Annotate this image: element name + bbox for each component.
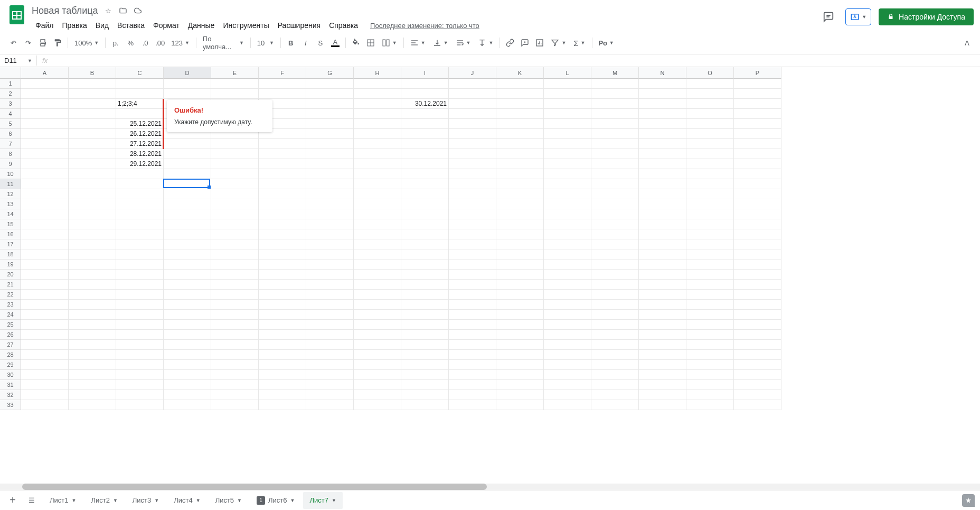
- row-header-21[interactable]: 21: [0, 280, 21, 290]
- cell-N26[interactable]: [639, 330, 686, 340]
- cell-K27[interactable]: [496, 340, 544, 350]
- cell-N32[interactable]: [639, 390, 686, 400]
- cell-C25[interactable]: [116, 320, 164, 330]
- cell-G17[interactable]: [306, 239, 354, 249]
- cell-I21[interactable]: [401, 280, 449, 290]
- cell-G28[interactable]: [306, 350, 354, 360]
- cell-H33[interactable]: [354, 400, 401, 410]
- cell-H11[interactable]: [354, 179, 401, 189]
- cell-E16[interactable]: [211, 229, 259, 239]
- cell-P12[interactable]: [734, 189, 781, 199]
- cell-F26[interactable]: [259, 330, 306, 340]
- cell-G7[interactable]: [306, 139, 354, 149]
- cell-I29[interactable]: [401, 360, 449, 370]
- cell-H19[interactable]: [354, 259, 401, 270]
- tab-dropdown-icon[interactable]: ▼: [71, 498, 76, 503]
- cell-E8[interactable]: [211, 149, 259, 159]
- cell-I19[interactable]: [401, 259, 449, 270]
- cell-H31[interactable]: [354, 380, 401, 390]
- cell-D26[interactable]: [164, 330, 211, 340]
- cell-L13[interactable]: [544, 199, 591, 209]
- cell-E10[interactable]: [211, 169, 259, 179]
- cell-O27[interactable]: [686, 340, 734, 350]
- cell-D17[interactable]: [164, 239, 211, 249]
- cell-M16[interactable]: [591, 229, 639, 239]
- cell-G9[interactable]: [306, 159, 354, 169]
- cell-F20[interactable]: [259, 270, 306, 280]
- row-header-1[interactable]: 1: [0, 79, 21, 89]
- cell-O31[interactable]: [686, 380, 734, 390]
- menu-правка[interactable]: Правка: [58, 19, 90, 32]
- cell-A24[interactable]: [21, 310, 69, 320]
- font-dropdown[interactable]: По умолча...▼: [200, 34, 247, 52]
- cell-F12[interactable]: [259, 189, 306, 199]
- cell-B27[interactable]: [69, 340, 116, 350]
- cell-E7[interactable]: [211, 139, 259, 149]
- cell-F29[interactable]: [259, 360, 306, 370]
- cell-N23[interactable]: [639, 300, 686, 310]
- cell-D23[interactable]: [164, 300, 211, 310]
- cell-A21[interactable]: [21, 280, 69, 290]
- cell-L6[interactable]: [544, 129, 591, 139]
- cell-H2[interactable]: [354, 89, 401, 99]
- cell-D29[interactable]: [164, 360, 211, 370]
- cell-B29[interactable]: [69, 360, 116, 370]
- italic-icon[interactable]: I: [299, 36, 313, 50]
- cell-E25[interactable]: [211, 320, 259, 330]
- cell-F15[interactable]: [259, 219, 306, 229]
- cell-H12[interactable]: [354, 189, 401, 199]
- cell-C33[interactable]: [116, 400, 164, 410]
- cell-J13[interactable]: [449, 199, 496, 209]
- cell-I1[interactable]: [401, 79, 449, 89]
- cell-H18[interactable]: [354, 249, 401, 259]
- cell-A25[interactable]: [21, 320, 69, 330]
- cell-N5[interactable]: [639, 119, 686, 129]
- cell-C31[interactable]: [116, 380, 164, 390]
- cell-P16[interactable]: [734, 229, 781, 239]
- cell-H14[interactable]: [354, 209, 401, 219]
- cell-I18[interactable]: [401, 249, 449, 259]
- cell-A4[interactable]: [21, 109, 69, 119]
- menu-данные[interactable]: Данные: [184, 19, 219, 32]
- cell-L22[interactable]: [544, 290, 591, 300]
- cell-G25[interactable]: [306, 320, 354, 330]
- col-header-A[interactable]: A: [21, 67, 69, 79]
- cell-L14[interactable]: [544, 209, 591, 219]
- cell-J3[interactable]: [449, 99, 496, 109]
- insert-comment-icon[interactable]: [518, 36, 532, 50]
- bold-icon[interactable]: B: [284, 36, 298, 50]
- cell-P4[interactable]: [734, 109, 781, 119]
- cell-M29[interactable]: [591, 360, 639, 370]
- cell-K32[interactable]: [496, 390, 544, 400]
- functions-dropdown[interactable]: Σ▼: [570, 38, 588, 49]
- cell-D2[interactable]: [164, 89, 211, 99]
- cell-C24[interactable]: [116, 310, 164, 320]
- cell-H4[interactable]: [354, 109, 401, 119]
- share-button[interactable]: Настройки Доступа: [879, 8, 974, 25]
- row-header-27[interactable]: 27: [0, 340, 21, 350]
- row-header-3[interactable]: 3: [0, 99, 21, 109]
- cell-D14[interactable]: [164, 209, 211, 219]
- sheet-tab-3[interactable]: Лист3▼: [126, 492, 165, 509]
- cell-M1[interactable]: [591, 79, 639, 89]
- cell-A8[interactable]: [21, 149, 69, 159]
- cell-M20[interactable]: [591, 270, 639, 280]
- cell-O18[interactable]: [686, 249, 734, 259]
- text-wrap-dropdown[interactable]: ▼: [453, 38, 474, 48]
- cell-H30[interactable]: [354, 370, 401, 380]
- text-rotation-dropdown[interactable]: ▼: [475, 38, 496, 48]
- cell-M19[interactable]: [591, 259, 639, 270]
- cell-H26[interactable]: [354, 330, 401, 340]
- cell-J20[interactable]: [449, 270, 496, 280]
- cell-A5[interactable]: [21, 119, 69, 129]
- cell-H13[interactable]: [354, 199, 401, 209]
- cell-E9[interactable]: [211, 159, 259, 169]
- cell-L32[interactable]: [544, 390, 591, 400]
- cell-M12[interactable]: [591, 189, 639, 199]
- cell-M7[interactable]: [591, 139, 639, 149]
- cell-H23[interactable]: [354, 300, 401, 310]
- cell-O6[interactable]: [686, 129, 734, 139]
- cell-M17[interactable]: [591, 239, 639, 249]
- cell-O10[interactable]: [686, 169, 734, 179]
- cell-J12[interactable]: [449, 189, 496, 199]
